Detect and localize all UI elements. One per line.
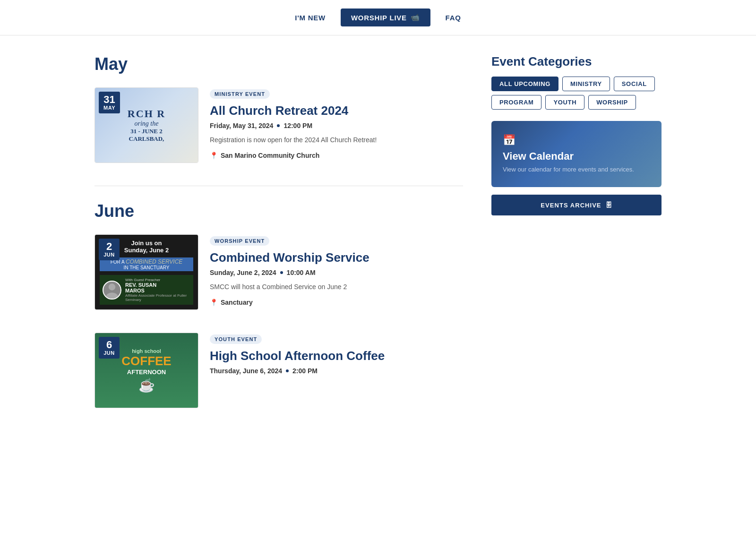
filter-ministry[interactable]: MINISTRY [562, 77, 610, 91]
dot-coffee [286, 369, 289, 372]
faq-link[interactable]: FAQ [446, 14, 461, 22]
view-calendar-card[interactable]: 📅 View Calendar View our calendar for mo… [491, 121, 662, 187]
event-title-coffee[interactable]: High School Afternoon Coffee [210, 349, 463, 363]
events-archive-label: EVENTS ARCHIVE [541, 202, 601, 209]
worship-live-link[interactable]: WORSHIP LIVE 📹 [341, 9, 430, 26]
badge-month-worship: JUN [103, 252, 115, 257]
sidebar-categories-title: Event Categories [491, 54, 662, 69]
event-datetime-worship: Sunday, June 2, 2024 10:00 AM [210, 269, 463, 276]
event-time-retreat: 12:00 PM [284, 122, 312, 129]
category-filters: ALL UPCOMING MINISTRY SOCIAL PROGRAM YOU… [491, 77, 662, 110]
badge-month-coffee: JUN [103, 350, 115, 356]
event-details-retreat: MINISTRY EVENT All Church Retreat 2024 F… [210, 87, 463, 159]
event-category-retreat: MINISTRY EVENT [210, 89, 270, 99]
calendar-icon: 📅 [503, 134, 650, 146]
filter-worship[interactable]: WORSHIP [588, 95, 636, 110]
event-location-text-retreat: San Marino Community Church [221, 152, 319, 159]
event-title-worship[interactable]: Combined Worship Service [210, 250, 463, 265]
event-location-worship: 📍 Sanctuary [210, 299, 463, 306]
event-date-badge-coffee: 6 JUN [99, 337, 120, 359]
event-time-coffee: 2:00 PM [292, 367, 318, 375]
pin-icon-worship: 📍 [210, 299, 218, 306]
badge-day-worship: 2 [103, 241, 115, 252]
event-date-text-worship: Sunday, June 2, 2024 [210, 269, 276, 276]
event-time-worship: 10:00 AM [287, 269, 316, 276]
svg-point-0 [109, 283, 115, 290]
month-header-may: May [94, 54, 463, 74]
view-calendar-title: View Calendar [503, 150, 650, 163]
event-date-text-coffee: Thursday, June 6, 2024 [210, 367, 282, 375]
event-details-coffee: YOUTH EVENT High School Afternoon Coffee… [210, 333, 463, 380]
preacher-photo [103, 281, 121, 300]
view-calendar-description: View our calendar for more events and se… [503, 165, 650, 174]
event-image-worship[interactable]: Join us onSunday, June 2 FOR A COMBINED … [94, 234, 198, 310]
badge-month-retreat: MAY [103, 105, 115, 111]
month-section-may: May RCH R oring the 31 - JUNE 2 CARLSBAD… [94, 54, 463, 163]
event-location-text-worship: Sanctuary [221, 299, 253, 306]
event-location-retreat: 📍 San Marino Community Church [210, 152, 463, 159]
event-date-badge-worship: 2 JUN [99, 239, 120, 260]
event-datetime-coffee: Thursday, June 6, 2024 2:00 PM [210, 367, 463, 375]
events-archive-button[interactable]: EVENTS ARCHIVE 🗄 [491, 195, 662, 215]
badge-day-retreat: 31 [103, 94, 115, 105]
archive-icon: 🗄 [605, 201, 612, 209]
filter-social[interactable]: SOCIAL [614, 77, 655, 91]
event-date-badge-retreat: 31 MAY [99, 92, 120, 113]
video-icon: 📹 [411, 13, 420, 22]
dot-retreat [277, 124, 280, 127]
event-image-coffee[interactable]: high school COFFEE AFTERNOON ☕ 6 JUN [94, 333, 198, 408]
filter-youth[interactable]: YOUTH [545, 95, 584, 110]
event-category-worship: WORSHIP EVENT [210, 236, 269, 246]
month-header-june: June [94, 201, 463, 221]
event-description-worship: SMCC will host a Combined Service on Jun… [210, 282, 463, 292]
badge-day-coffee: 6 [103, 340, 115, 350]
sidebar-categories-section: Event Categories ALL UPCOMING MINISTRY S… [491, 54, 662, 215]
sidebar: Event Categories ALL UPCOMING MINISTRY S… [491, 54, 662, 431]
month-section-june: June Join us onSunday, June 2 FOR A COMB… [94, 201, 463, 408]
event-category-coffee: YOUTH EVENT [210, 334, 262, 344]
worship-live-label: WORSHIP LIVE [351, 14, 407, 22]
event-card-retreat: RCH R oring the 31 - JUNE 2 CARLSBAD, 31… [94, 87, 463, 163]
event-details-worship: WORSHIP EVENT Combined Worship Service S… [210, 234, 463, 306]
event-title-retreat[interactable]: All Church Retreat 2024 [210, 103, 463, 118]
im-new-link[interactable]: I'M NEW [295, 14, 326, 22]
navigation: I'M NEW WORSHIP LIVE 📹 FAQ [0, 0, 756, 35]
svg-point-1 [106, 292, 118, 299]
event-card-worship: Join us onSunday, June 2 FOR A COMBINED … [94, 234, 463, 310]
event-description-retreat: Registration is now open for the 2024 Al… [210, 135, 463, 145]
filter-program[interactable]: PROGRAM [491, 95, 541, 110]
event-date-text-retreat: Friday, May 31, 2024 [210, 122, 273, 129]
main-content: May RCH R oring the 31 - JUNE 2 CARLSBAD… [94, 54, 463, 431]
event-image-retreat[interactable]: RCH R oring the 31 - JUNE 2 CARLSBAD, 31… [94, 87, 198, 163]
event-card-coffee: high school COFFEE AFTERNOON ☕ 6 JUN YOU… [94, 333, 463, 408]
filter-all-upcoming[interactable]: ALL UPCOMING [491, 77, 558, 91]
dot-worship [280, 271, 283, 274]
event-datetime-retreat: Friday, May 31, 2024 12:00 PM [210, 122, 463, 129]
divider-may-june [94, 186, 463, 186]
pin-icon-retreat: 📍 [210, 152, 218, 159]
